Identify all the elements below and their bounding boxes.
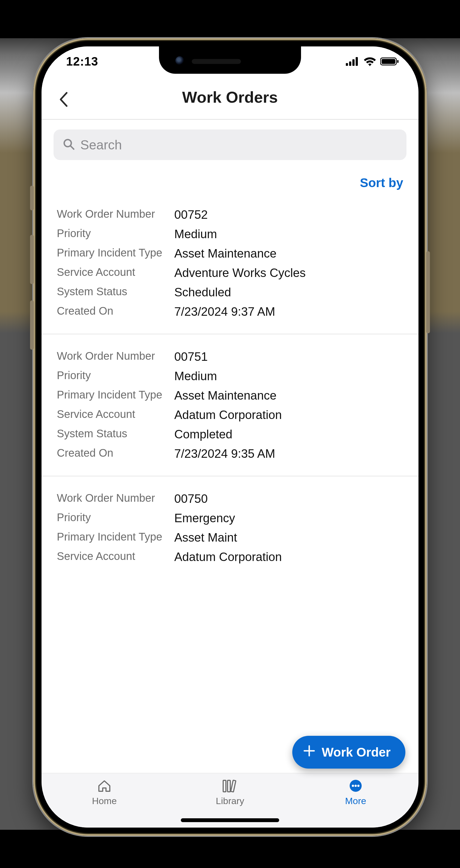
field-label: Priority xyxy=(57,226,172,240)
battery-icon xyxy=(380,57,399,66)
field-label: Service Account xyxy=(57,407,172,421)
field-value: Scheduled xyxy=(174,285,403,300)
new-work-order-button[interactable]: Work Order xyxy=(292,736,405,769)
chevron-left-icon xyxy=(58,91,69,107)
work-order-card[interactable]: Work Order Number00750 PriorityEmergency… xyxy=(41,476,419,579)
search-icon xyxy=(63,138,75,151)
svg-line-8 xyxy=(70,146,74,149)
field-value: Medium xyxy=(174,368,403,383)
field-value: Adatum Corporation xyxy=(174,549,403,564)
tab-label: Library xyxy=(216,796,244,806)
svg-point-17 xyxy=(357,785,360,787)
svg-rect-2 xyxy=(352,59,355,66)
svg-rect-3 xyxy=(356,57,358,66)
tab-label: More xyxy=(345,796,366,806)
svg-rect-0 xyxy=(346,63,348,66)
page-title: Work Orders xyxy=(41,88,419,106)
field-value: 00751 xyxy=(174,349,403,364)
field-value: 00752 xyxy=(174,207,403,222)
field-value: 7/23/2024 9:37 AM xyxy=(174,304,403,319)
svg-rect-11 xyxy=(223,780,226,792)
field-value: Asset Maint xyxy=(174,530,403,545)
field-label: Priority xyxy=(57,368,172,382)
svg-rect-12 xyxy=(227,780,230,792)
field-value: Adatum Corporation xyxy=(174,407,403,422)
field-value: Medium xyxy=(174,226,403,242)
svg-point-15 xyxy=(352,785,354,787)
field-label: System Status xyxy=(57,285,172,298)
plus-icon xyxy=(303,745,315,760)
field-value: Adventure Works Cycles xyxy=(174,265,403,280)
field-label: Created On xyxy=(57,446,172,460)
field-label: Service Account xyxy=(57,549,172,563)
field-value: Completed xyxy=(174,427,403,442)
field-label: Work Order Number xyxy=(57,349,172,363)
field-value: Asset Maintenance xyxy=(174,388,403,403)
tab-bar: Home Library xyxy=(41,773,419,828)
library-icon xyxy=(221,778,239,794)
more-icon xyxy=(348,778,363,794)
wifi-icon xyxy=(363,57,376,66)
tab-library[interactable]: Library xyxy=(168,778,292,806)
field-label: Primary Incident Type xyxy=(57,530,172,544)
search-box[interactable] xyxy=(54,129,406,160)
home-icon xyxy=(97,778,112,794)
cellular-icon xyxy=(346,57,360,66)
work-order-card[interactable]: Work Order Number00752 PriorityMedium Pr… xyxy=(41,198,419,334)
search-input[interactable] xyxy=(80,137,397,152)
field-value: 7/23/2024 9:35 AM xyxy=(174,446,403,461)
home-indicator[interactable] xyxy=(181,818,279,822)
svg-rect-13 xyxy=(231,780,236,792)
field-label: Priority xyxy=(57,510,172,524)
field-value: Emergency xyxy=(174,510,403,526)
device-notch xyxy=(159,46,301,74)
work-order-list[interactable]: Work Order Number00752 PriorityMedium Pr… xyxy=(41,198,419,773)
field-label: Primary Incident Type xyxy=(57,388,172,402)
svg-rect-5 xyxy=(381,59,395,64)
field-label: Work Order Number xyxy=(57,491,172,505)
sort-button[interactable]: Sort by xyxy=(360,175,403,190)
svg-rect-1 xyxy=(349,61,351,66)
tab-label: Home xyxy=(92,796,117,806)
field-label: Created On xyxy=(57,304,172,318)
work-order-card[interactable]: Work Order Number00751 PriorityMedium Pr… xyxy=(41,334,419,476)
tab-more[interactable]: More xyxy=(294,778,418,806)
fab-label: Work Order xyxy=(322,745,391,760)
svg-point-16 xyxy=(355,785,357,787)
field-label: Service Account xyxy=(57,265,172,279)
status-time: 12:13 xyxy=(66,55,98,68)
field-value: 00750 xyxy=(174,491,403,506)
tab-home[interactable]: Home xyxy=(42,778,166,806)
field-value: Asset Maintenance xyxy=(174,246,403,261)
back-button[interactable] xyxy=(53,89,74,110)
field-label: Primary Incident Type xyxy=(57,246,172,259)
field-label: Work Order Number xyxy=(57,207,172,221)
svg-rect-6 xyxy=(397,60,399,63)
field-label: System Status xyxy=(57,427,172,440)
